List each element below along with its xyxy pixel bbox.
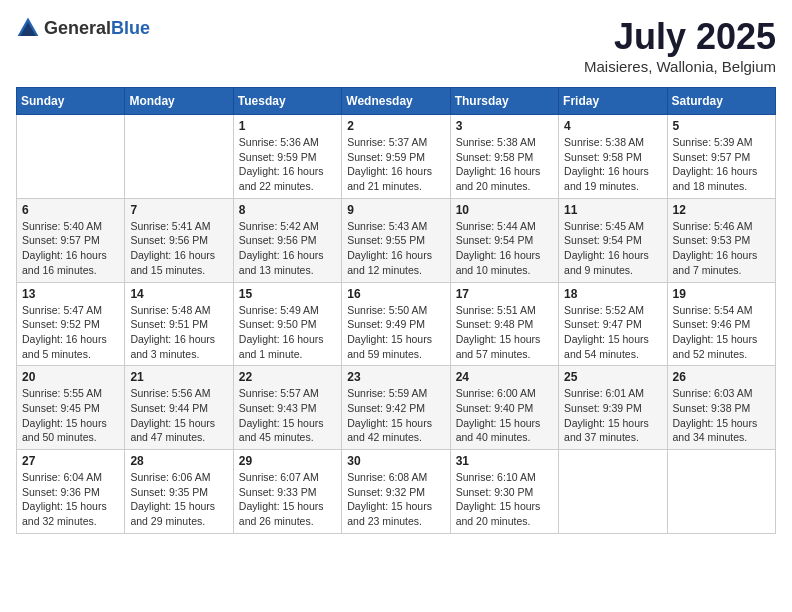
table-row: 14Sunrise: 5:48 AM Sunset: 9:51 PM Dayli…	[125, 282, 233, 366]
day-info: Sunrise: 5:40 AM Sunset: 9:57 PM Dayligh…	[22, 219, 119, 278]
table-row: 22Sunrise: 5:57 AM Sunset: 9:43 PM Dayli…	[233, 366, 341, 450]
day-info: Sunrise: 6:06 AM Sunset: 9:35 PM Dayligh…	[130, 470, 227, 529]
table-row: 15Sunrise: 5:49 AM Sunset: 9:50 PM Dayli…	[233, 282, 341, 366]
day-info: Sunrise: 5:55 AM Sunset: 9:45 PM Dayligh…	[22, 386, 119, 445]
day-number: 15	[239, 287, 336, 301]
logo-icon	[16, 16, 40, 40]
day-info: Sunrise: 6:08 AM Sunset: 9:32 PM Dayligh…	[347, 470, 444, 529]
calendar-week-4: 20Sunrise: 5:55 AM Sunset: 9:45 PM Dayli…	[17, 366, 776, 450]
day-number: 9	[347, 203, 444, 217]
day-info: Sunrise: 5:37 AM Sunset: 9:59 PM Dayligh…	[347, 135, 444, 194]
table-row: 17Sunrise: 5:51 AM Sunset: 9:48 PM Dayli…	[450, 282, 558, 366]
table-row: 5Sunrise: 5:39 AM Sunset: 9:57 PM Daylig…	[667, 115, 775, 199]
table-row: 26Sunrise: 6:03 AM Sunset: 9:38 PM Dayli…	[667, 366, 775, 450]
table-row: 31Sunrise: 6:10 AM Sunset: 9:30 PM Dayli…	[450, 450, 558, 534]
table-row: 27Sunrise: 6:04 AM Sunset: 9:36 PM Dayli…	[17, 450, 125, 534]
day-number: 24	[456, 370, 553, 384]
table-row: 25Sunrise: 6:01 AM Sunset: 9:39 PM Dayli…	[559, 366, 667, 450]
day-number: 18	[564, 287, 661, 301]
day-number: 13	[22, 287, 119, 301]
table-row: 9Sunrise: 5:43 AM Sunset: 9:55 PM Daylig…	[342, 198, 450, 282]
table-row: 1Sunrise: 5:36 AM Sunset: 9:59 PM Daylig…	[233, 115, 341, 199]
month-year-title: July 2025	[584, 16, 776, 58]
day-number: 4	[564, 119, 661, 133]
table-row	[559, 450, 667, 534]
table-row: 19Sunrise: 5:54 AM Sunset: 9:46 PM Dayli…	[667, 282, 775, 366]
day-info: Sunrise: 5:54 AM Sunset: 9:46 PM Dayligh…	[673, 303, 770, 362]
table-row: 4Sunrise: 5:38 AM Sunset: 9:58 PM Daylig…	[559, 115, 667, 199]
day-number: 20	[22, 370, 119, 384]
table-row: 8Sunrise: 5:42 AM Sunset: 9:56 PM Daylig…	[233, 198, 341, 282]
table-row: 7Sunrise: 5:41 AM Sunset: 9:56 PM Daylig…	[125, 198, 233, 282]
table-row	[125, 115, 233, 199]
calendar-week-2: 6Sunrise: 5:40 AM Sunset: 9:57 PM Daylig…	[17, 198, 776, 282]
logo-general: General	[44, 18, 111, 38]
day-number: 10	[456, 203, 553, 217]
day-info: Sunrise: 5:44 AM Sunset: 9:54 PM Dayligh…	[456, 219, 553, 278]
day-info: Sunrise: 5:36 AM Sunset: 9:59 PM Dayligh…	[239, 135, 336, 194]
day-number: 31	[456, 454, 553, 468]
table-row: 28Sunrise: 6:06 AM Sunset: 9:35 PM Dayli…	[125, 450, 233, 534]
day-info: Sunrise: 5:49 AM Sunset: 9:50 PM Dayligh…	[239, 303, 336, 362]
day-info: Sunrise: 5:50 AM Sunset: 9:49 PM Dayligh…	[347, 303, 444, 362]
table-row: 3Sunrise: 5:38 AM Sunset: 9:58 PM Daylig…	[450, 115, 558, 199]
day-number: 19	[673, 287, 770, 301]
day-number: 25	[564, 370, 661, 384]
logo-blue: Blue	[111, 18, 150, 38]
day-number: 6	[22, 203, 119, 217]
day-number: 1	[239, 119, 336, 133]
table-row: 2Sunrise: 5:37 AM Sunset: 9:59 PM Daylig…	[342, 115, 450, 199]
day-number: 29	[239, 454, 336, 468]
day-info: Sunrise: 6:10 AM Sunset: 9:30 PM Dayligh…	[456, 470, 553, 529]
table-row: 6Sunrise: 5:40 AM Sunset: 9:57 PM Daylig…	[17, 198, 125, 282]
calendar-week-5: 27Sunrise: 6:04 AM Sunset: 9:36 PM Dayli…	[17, 450, 776, 534]
day-info: Sunrise: 6:04 AM Sunset: 9:36 PM Dayligh…	[22, 470, 119, 529]
day-number: 11	[564, 203, 661, 217]
table-row: 11Sunrise: 5:45 AM Sunset: 9:54 PM Dayli…	[559, 198, 667, 282]
table-row	[17, 115, 125, 199]
table-row: 10Sunrise: 5:44 AM Sunset: 9:54 PM Dayli…	[450, 198, 558, 282]
table-row	[667, 450, 775, 534]
col-wednesday: Wednesday	[342, 88, 450, 115]
day-info: Sunrise: 5:48 AM Sunset: 9:51 PM Dayligh…	[130, 303, 227, 362]
col-monday: Monday	[125, 88, 233, 115]
logo: GeneralBlue	[16, 16, 150, 40]
col-sunday: Sunday	[17, 88, 125, 115]
col-tuesday: Tuesday	[233, 88, 341, 115]
col-thursday: Thursday	[450, 88, 558, 115]
location-subtitle: Maisieres, Wallonia, Belgium	[584, 58, 776, 75]
day-number: 5	[673, 119, 770, 133]
day-number: 30	[347, 454, 444, 468]
table-row: 18Sunrise: 5:52 AM Sunset: 9:47 PM Dayli…	[559, 282, 667, 366]
day-info: Sunrise: 5:43 AM Sunset: 9:55 PM Dayligh…	[347, 219, 444, 278]
table-row: 23Sunrise: 5:59 AM Sunset: 9:42 PM Dayli…	[342, 366, 450, 450]
day-number: 22	[239, 370, 336, 384]
day-info: Sunrise: 6:03 AM Sunset: 9:38 PM Dayligh…	[673, 386, 770, 445]
day-number: 3	[456, 119, 553, 133]
day-info: Sunrise: 6:00 AM Sunset: 9:40 PM Dayligh…	[456, 386, 553, 445]
day-number: 16	[347, 287, 444, 301]
day-info: Sunrise: 5:39 AM Sunset: 9:57 PM Dayligh…	[673, 135, 770, 194]
calendar-table: Sunday Monday Tuesday Wednesday Thursday…	[16, 87, 776, 534]
day-number: 8	[239, 203, 336, 217]
logo-text: GeneralBlue	[44, 18, 150, 39]
day-info: Sunrise: 5:56 AM Sunset: 9:44 PM Dayligh…	[130, 386, 227, 445]
day-info: Sunrise: 5:45 AM Sunset: 9:54 PM Dayligh…	[564, 219, 661, 278]
day-info: Sunrise: 5:38 AM Sunset: 9:58 PM Dayligh…	[456, 135, 553, 194]
table-row: 13Sunrise: 5:47 AM Sunset: 9:52 PM Dayli…	[17, 282, 125, 366]
day-info: Sunrise: 5:47 AM Sunset: 9:52 PM Dayligh…	[22, 303, 119, 362]
table-row: 29Sunrise: 6:07 AM Sunset: 9:33 PM Dayli…	[233, 450, 341, 534]
col-friday: Friday	[559, 88, 667, 115]
day-number: 27	[22, 454, 119, 468]
day-number: 17	[456, 287, 553, 301]
day-info: Sunrise: 5:38 AM Sunset: 9:58 PM Dayligh…	[564, 135, 661, 194]
col-saturday: Saturday	[667, 88, 775, 115]
table-row: 12Sunrise: 5:46 AM Sunset: 9:53 PM Dayli…	[667, 198, 775, 282]
day-number: 12	[673, 203, 770, 217]
day-info: Sunrise: 5:41 AM Sunset: 9:56 PM Dayligh…	[130, 219, 227, 278]
calendar-week-1: 1Sunrise: 5:36 AM Sunset: 9:59 PM Daylig…	[17, 115, 776, 199]
day-info: Sunrise: 5:52 AM Sunset: 9:47 PM Dayligh…	[564, 303, 661, 362]
day-number: 28	[130, 454, 227, 468]
day-info: Sunrise: 6:01 AM Sunset: 9:39 PM Dayligh…	[564, 386, 661, 445]
table-row: 30Sunrise: 6:08 AM Sunset: 9:32 PM Dayli…	[342, 450, 450, 534]
